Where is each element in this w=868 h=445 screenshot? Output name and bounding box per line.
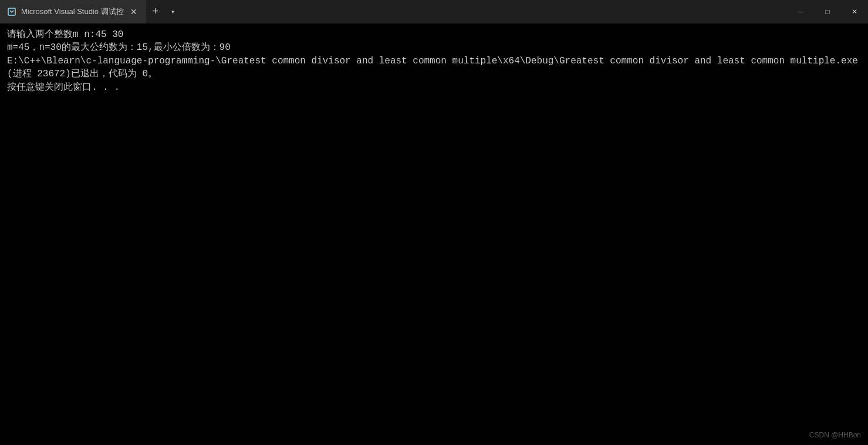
terminal-line-1: 请输入两个整数m n:45 30 [7, 28, 861, 41]
minimize-icon: ─ [798, 8, 803, 16]
terminal-line-4: E:\C++\Blearn\c-language-programming-\Gr… [7, 55, 861, 81]
title-bar: Microsoft Visual Studio 调试控 ✕ + ▾ ─ □ ✕ [0, 0, 868, 23]
plus-icon: + [152, 6, 158, 18]
close-tab-icon: ✕ [130, 7, 137, 16]
tab-label: Microsoft Visual Studio 调试控 [21, 6, 124, 17]
active-tab[interactable]: Microsoft Visual Studio 调试控 ✕ [0, 0, 146, 23]
tab-close-button[interactable]: ✕ [129, 6, 139, 17]
tab-container: Microsoft Visual Studio 调试控 ✕ + ▾ [0, 0, 787, 23]
close-button[interactable]: ✕ [841, 0, 868, 23]
maximize-icon: □ [825, 8, 829, 16]
minimize-button[interactable]: ─ [787, 0, 814, 23]
chevron-down-icon: ▾ [171, 8, 175, 16]
window-controls: ─ □ ✕ [787, 0, 868, 23]
maximize-button[interactable]: □ [814, 0, 841, 23]
watermark: CSDN @HHBon [809, 431, 861, 439]
tab-dropdown-button[interactable]: ▾ [165, 0, 181, 23]
new-tab-button[interactable]: + [146, 0, 165, 23]
terminal-output: 请输入两个整数m n:45 30 m=45，n=30的最大公约数为：15,最小公… [0, 23, 868, 445]
terminal-line-5: 按任意键关闭此窗口. . . [7, 81, 861, 94]
tab-icon [7, 7, 16, 16]
close-icon: ✕ [852, 8, 857, 16]
terminal-line-2: m=45，n=30的最大公约数为：15,最小公倍数为：90 [7, 41, 861, 54]
